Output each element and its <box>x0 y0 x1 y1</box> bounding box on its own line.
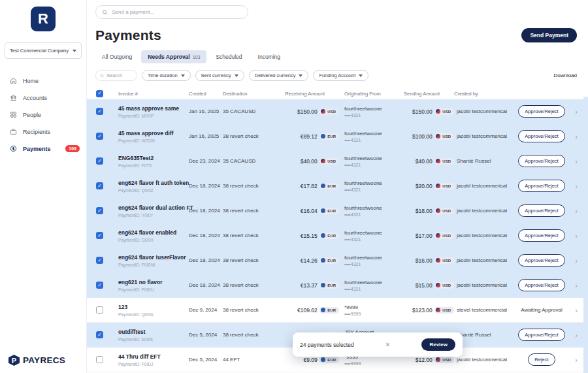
row-action-cell: Approve/Reject <box>513 254 570 267</box>
row-checkbox[interactable] <box>96 157 103 165</box>
approve-reject-button[interactable]: Approve/Reject <box>518 155 564 167</box>
row-action-cell: Reject <box>513 353 570 366</box>
currency-code: USD <box>442 259 451 263</box>
chevron-right-icon[interactable]: › <box>570 108 582 116</box>
company-selector[interactable]: Test Commercial Company <box>5 42 82 59</box>
row-checkbox[interactable] <box>96 207 103 214</box>
filter-bar: Time duration Sent currency Delivered cu… <box>95 70 577 81</box>
filter-funding-account[interactable]: Funding Account <box>313 70 368 81</box>
table-search-input[interactable] <box>106 73 133 78</box>
table-row[interactable]: eng624 flavor ft auth token PaymentID: Q… <box>87 174 588 199</box>
approve-reject-button[interactable]: Approve/Reject <box>518 180 564 192</box>
receiving-amount-cell: $40.00 USD <box>279 158 339 165</box>
table-row[interactable]: eng624 flavor enabled PaymentID: DI20X D… <box>87 223 588 248</box>
table-row[interactable]: eng621 no flavor PaymentID: P0IDU Dec 18… <box>87 273 588 298</box>
sidebar-item-people[interactable]: People <box>0 107 86 122</box>
approve-reject-button[interactable]: Approve/Reject <box>518 254 564 267</box>
sending-amount: $18.00 <box>416 208 433 214</box>
row-checkbox[interactable] <box>96 282 103 289</box>
send-flag-icon <box>436 109 440 114</box>
chevron-right-icon[interactable]: › <box>570 182 582 190</box>
payment-id: PaymentID: Q0I0Z <box>118 188 189 193</box>
receiving-amount-cell: €16.04 EUR <box>279 208 339 214</box>
receiving-amount-cell: €14.26 EUR <box>279 257 339 264</box>
created-date: Jan 16, 2025 <box>189 108 223 114</box>
receiving-currency-badge: EUR <box>319 183 339 189</box>
tabs: All Outgoing Needs Approval 103 Schedule… <box>95 50 588 63</box>
row-checkbox[interactable] <box>96 232 103 239</box>
row-checkbox[interactable] <box>96 331 103 338</box>
chevron-right-icon[interactable]: › <box>570 232 582 240</box>
sidebar-item-home[interactable]: Home <box>0 73 86 88</box>
receiving-amount-cell: €15.15 EUR <box>279 233 339 239</box>
currency-code: USD <box>327 159 336 163</box>
chevron-right-icon[interactable]: › <box>570 133 582 140</box>
tab-scheduled[interactable]: Scheduled <box>209 50 248 63</box>
tab-needs-approval[interactable]: Needs Approval 103 <box>141 50 206 63</box>
currency-code: USD <box>442 209 451 213</box>
send-flag-icon <box>436 308 440 312</box>
invoice-title: eng624 flavor !userFlavor <box>118 254 189 261</box>
global-search[interactable] <box>95 5 248 19</box>
table-row[interactable]: 45 mass approve same PaymentID: M0TIP Ja… <box>87 99 588 124</box>
row-checkbox[interactable] <box>96 133 103 140</box>
table-row[interactable]: eng624 flavor !userFlavor PaymentID: P0I… <box>87 248 588 273</box>
toast-message: 24 payments selected <box>300 342 354 348</box>
table-scrollbar[interactable] <box>583 97 588 373</box>
row-checkbox[interactable] <box>96 306 103 314</box>
filter-sent-currency[interactable]: Sent currency <box>195 70 244 81</box>
chevron-right-icon[interactable]: › <box>570 356 582 364</box>
chevron-right-icon[interactable]: › <box>570 207 582 215</box>
payment-id: PaymentID: P0IDU <box>118 287 189 292</box>
close-icon[interactable]: ✕ <box>385 342 391 348</box>
sidebar-item-payments[interactable]: Payments 103 <box>0 141 86 156</box>
created-by: jacobl testcommerical <box>454 282 513 288</box>
reject-button[interactable]: Reject <box>528 353 555 366</box>
table-row[interactable]: 123 PaymentID: Q0IGL Dec 9, 2024 38 reve… <box>87 298 588 323</box>
chevron-right-icon[interactable]: › <box>570 331 582 339</box>
approve-reject-button[interactable]: Approve/Reject <box>518 229 564 242</box>
approve-reject-button[interactable]: Approve/Reject <box>518 130 564 142</box>
table-row[interactable]: eng624 flavor dual action FT PaymentID: … <box>87 199 588 223</box>
select-all-checkbox[interactable] <box>96 90 103 97</box>
row-checkbox[interactable] <box>96 108 103 115</box>
approve-reject-button[interactable]: Approve/Reject <box>518 204 564 217</box>
sending-currency-badge: USD <box>434 357 454 363</box>
approve-reject-button[interactable]: Approve/Reject <box>518 105 564 118</box>
sidebar-item-recipients[interactable]: Recipients <box>0 124 86 139</box>
invoice-cell: 45 mass approve diff PaymentID: W31IN <box>118 130 189 143</box>
tab-label: All Outgoing <box>102 54 132 60</box>
filter-delivered-currency[interactable]: Delivered currency <box>249 70 309 81</box>
sending-currency-badge: USD <box>434 158 454 165</box>
row-checkbox[interactable] <box>96 182 103 189</box>
currency-code: USD <box>442 234 451 238</box>
review-button[interactable]: Review <box>421 338 455 351</box>
download-link[interactable]: Download <box>553 73 577 78</box>
chevron-right-icon[interactable]: › <box>570 157 582 165</box>
table-row[interactable]: 45 mass approve diff PaymentID: W31IN Ja… <box>87 124 588 149</box>
currency-code: EUR <box>327 308 336 312</box>
tab-incoming[interactable]: Incoming <box>252 50 287 63</box>
row-checkbox[interactable] <box>96 257 103 264</box>
filter-time-duration[interactable]: Time duration <box>142 70 191 81</box>
created-by: jacobl testcommerical <box>454 357 513 363</box>
send-payment-button[interactable]: Send Payment <box>521 28 577 42</box>
approve-reject-button[interactable]: Approve/Reject <box>518 329 564 341</box>
send-flag-icon <box>436 184 440 188</box>
chevron-right-icon[interactable]: › <box>570 257 582 265</box>
global-search-input[interactable] <box>112 9 242 15</box>
invoice-cell: eng624 flavor !userFlavor PaymentID: P0I… <box>118 254 189 267</box>
row-checkbox[interactable] <box>96 356 103 363</box>
created-date: Jan 16, 2025 <box>189 133 223 139</box>
chevron-right-icon[interactable]: › <box>570 306 582 314</box>
chevron-right-icon[interactable]: › <box>570 282 582 289</box>
sidebar-item-accounts[interactable]: Accounts <box>0 90 86 105</box>
table-search[interactable] <box>95 70 137 81</box>
tab-all-outgoing[interactable]: All Outgoing <box>95 50 139 63</box>
sending-amount-cell: $12.00 USD <box>402 357 454 363</box>
table-row[interactable]: ENG635Test2 PaymentID: F0T5 Dec 23, 2024… <box>87 149 588 174</box>
invoice-cell: eng624 flavor ft auth token PaymentID: Q… <box>118 180 189 193</box>
approve-reject-button[interactable]: Approve/Reject <box>518 279 564 291</box>
receiving-amount: €9.09 <box>304 357 318 363</box>
originating-account: ••••4321 <box>344 262 402 267</box>
